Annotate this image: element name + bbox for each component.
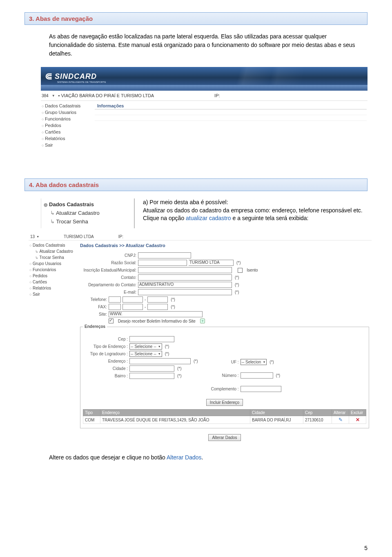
th-end: Endereço	[100, 410, 250, 416]
menu-cartoes[interactable]: Cartões	[42, 129, 93, 135]
lbl-endereco: Endereço :	[83, 359, 128, 363]
menu-relatorios[interactable]: Relatórios	[42, 135, 93, 142]
form-main: Dados Cadastrais >> Atualizar Cadastro C…	[78, 241, 372, 445]
lbl-site: Site:	[80, 312, 107, 316]
input-bairro[interactable]	[129, 373, 174, 379]
menu-funcionarios[interactable]: Funcionários	[42, 116, 93, 122]
td-end: TRAVESSA JOSÉ DUQUE DE FREITAS,1429, SÃO…	[100, 416, 250, 424]
lbl-comp: Complemento :	[210, 387, 239, 391]
company-code[interactable]: 384	[42, 94, 49, 98]
select-uf[interactable]: -- Selecion▼	[241, 359, 267, 365]
th-alt: Alterar	[332, 410, 349, 416]
input-razao[interactable]: TURISMO LTDA	[189, 260, 234, 266]
desc-a: a) Por meio desta aba é possível:	[143, 198, 368, 207]
company-code-2[interactable]: 13	[30, 234, 35, 239]
input-numero[interactable]	[241, 372, 273, 379]
input-fax-p2[interactable]	[147, 304, 168, 310]
input-cnpj[interactable]	[138, 252, 191, 258]
sindcard-logo: ⋐ SINDCARD SISTEMA INTELIGENTE DE TRANSP…	[45, 71, 97, 82]
fm-funcionarios[interactable]: Funcionários	[29, 267, 77, 273]
select-tipo-end[interactable]: -- Selecione --▼	[129, 343, 162, 350]
input-dept[interactable]: ADMINISTRATIVO	[138, 282, 232, 288]
chk-boletim[interactable]	[109, 319, 114, 323]
lbl-cnpj: CNPJ:	[80, 253, 136, 258]
th-cid: Cidade	[250, 410, 303, 416]
input-tel-ddd[interactable]	[109, 296, 121, 303]
side-menu: Dados Cadastrais Grupo Usuarios Funcioná…	[41, 101, 94, 150]
edit-icon[interactable]: ✎	[339, 417, 343, 423]
company-name: • VIAÇÃO BARRA DO PIRAÍ E TURISMO LTDA	[58, 93, 154, 98]
lbl-cidade: Cidade :	[83, 366, 128, 371]
input-razao-pre[interactable]	[138, 260, 187, 266]
lbl-uf: UF :	[210, 360, 239, 364]
chevron-down-icon[interactable]: ▼	[36, 235, 39, 238]
fm-relatorios[interactable]: Relatórios	[29, 285, 77, 291]
section-3-title: 3. Abas de navegação	[29, 15, 363, 22]
select-tipo-log[interactable]: -- Selecione --▼	[129, 351, 162, 357]
td-tipo: COM	[83, 416, 100, 424]
sindcard-logo-icon: ⋐	[45, 71, 52, 82]
delete-icon[interactable]: ✕	[356, 417, 360, 423]
menu-pedidos[interactable]: Pedidos	[42, 122, 93, 129]
td-cep: 27130610	[303, 416, 332, 424]
input-tel-p2[interactable]	[147, 296, 168, 303]
input-tel-p1[interactable]	[122, 296, 143, 303]
input-insc[interactable]	[138, 267, 232, 273]
input-cidade[interactable]	[129, 365, 174, 372]
mini-head[interactable]: Dados Cadastrais	[44, 200, 131, 209]
fm-trocar-senha[interactable]: Trocar Senha	[29, 254, 77, 261]
ip-label: IP:	[214, 93, 220, 98]
chk-isento[interactable]	[238, 268, 243, 273]
tab-informacoes[interactable]: Informações	[95, 102, 367, 109]
link-alterar-dados: Alterar Dados	[167, 454, 202, 461]
help-icon[interactable]: ?	[200, 319, 205, 323]
mini-sub-atualizar[interactable]: Atualizar Cadastro	[44, 209, 131, 217]
legend-enderecos: Endereços	[83, 324, 107, 329]
input-endereco[interactable]	[129, 358, 191, 364]
section-3-paragraph: As abas de navegação estão localizadas n…	[49, 32, 359, 58]
input-fax-ddd[interactable]	[109, 304, 121, 310]
link-atualizar-cadastro: atualizar cadastro	[186, 215, 231, 221]
lbl-tel: Telefone:	[80, 297, 107, 302]
input-comp[interactable]	[241, 386, 281, 392]
fm-grupo-usuarios[interactable]: Grupo Usuarios	[29, 261, 77, 267]
menu-dados-cadastrais[interactable]: Dados Cadastrais	[42, 102, 93, 109]
fm-sair[interactable]: Sair	[29, 291, 77, 297]
input-contato[interactable]	[138, 274, 232, 281]
lbl-contato: Contato:	[80, 275, 136, 280]
menu-sair[interactable]: Sair	[42, 142, 93, 148]
lbl-boletim: Desejo receber Boletim Informativo do Si…	[118, 319, 196, 323]
fm-pedidos[interactable]: Pedidos	[29, 273, 77, 279]
btn-incluir-endereco[interactable]: Incluir Endereço	[206, 399, 243, 406]
input-email[interactable]	[138, 289, 232, 295]
btn-alterar-dados[interactable]: Alterar Dados	[208, 434, 241, 441]
mini-sidebar-screenshot: Dados Cadastrais Atualizar Cadastro Troc…	[41, 198, 135, 228]
fm-atualizar-cadastro[interactable]: Atualizar Cadastro	[29, 248, 77, 254]
breadcrumb: Dados Cadastrais >> Atualizar Cadastro	[80, 242, 369, 251]
input-cep[interactable]	[129, 336, 174, 342]
lbl-cep: Cep :	[83, 337, 128, 341]
desc-line: Atualizar os dados do cadastro da empres…	[143, 207, 368, 215]
fieldset-enderecos: Endereços Cep : Tipo de Endereço :-- Sel…	[80, 327, 369, 428]
mini-sub-trocar[interactable]: Trocar Senha	[44, 217, 131, 226]
lbl-insc: Inscrição Estadual/Municipal:	[80, 268, 136, 272]
sindcard-logo-sub: SISTEMA INTELIGENTE DE TRANSPORTE	[57, 81, 106, 83]
form-header-bar: 13 ▼ TURISMO LTDA IP:	[29, 233, 372, 241]
lbl-tipo-log: Tipo de Logradouro :	[83, 352, 128, 356]
fm-cartoes[interactable]: Cartões	[29, 279, 77, 285]
screenshot-nav-tabs: ⋐ SINDCARD SISTEMA INTELIGENTE DE TRANSP…	[41, 67, 368, 150]
form-side-menu: Dados Cadastrais Atualizar Cadastro Troc…	[29, 241, 78, 445]
desc-click: Clique na opção atualizar cadastro e a s…	[143, 214, 368, 223]
lbl-dept: Departamento do Contato:	[80, 283, 136, 287]
input-site[interactable]: WWW.	[109, 311, 203, 317]
fm-dados-cadastrais[interactable]: Dados Cadastrais	[29, 242, 77, 248]
menu-grupo-usuarios[interactable]: Grupo Usuarios	[42, 109, 93, 116]
section-4-description: a) Por meio desta aba é possível: Atuali…	[143, 198, 368, 228]
chevron-down-icon[interactable]: ▼	[52, 94, 55, 98]
input-fax-p1[interactable]	[122, 304, 143, 310]
lbl-email: E-mail:	[80, 290, 136, 294]
lbl-bairro: Bairro :	[83, 374, 128, 378]
screenshot-atualizar-cadastro: 13 ▼ TURISMO LTDA IP: Dados Cadastrais A…	[29, 233, 372, 445]
section-4-title: 4. Aba dados cadastrais	[29, 181, 363, 188]
lbl-fax: FAX:	[80, 305, 107, 309]
